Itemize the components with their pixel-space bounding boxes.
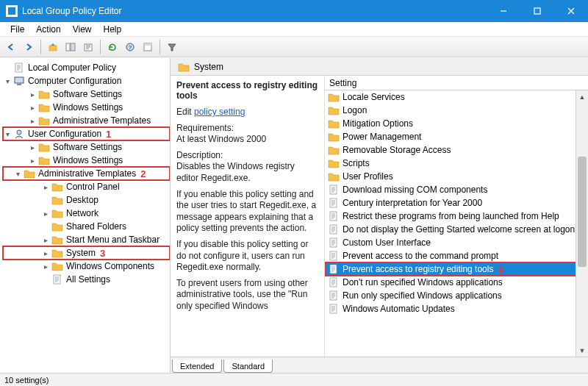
twisty-icon[interactable]: ▸	[28, 143, 37, 151]
list-item[interactable]: Don't run specified Windows applications	[325, 276, 588, 289]
scroll-down-icon[interactable]: ▼	[576, 344, 588, 357]
list-item[interactable]: Download missing COM components	[325, 183, 588, 196]
list-item-label: Download missing COM components	[343, 185, 487, 195]
folder-icon	[178, 62, 190, 72]
tree-item[interactable]: ▸Windows Components	[3, 260, 170, 273]
properties-button[interactable]	[140, 39, 156, 55]
twisty-icon[interactable]: ▸	[41, 249, 50, 257]
filter-button[interactable]	[164, 39, 180, 55]
list-item[interactable]: User Profiles	[325, 170, 588, 183]
content-heading: System	[171, 58, 588, 76]
tree-item-label: Desktop	[66, 195, 98, 205]
export-button[interactable]	[80, 39, 96, 55]
list-item-label: Prevent access to registry editing tools	[343, 264, 493, 274]
list-item-label: Run only specified Windows applications	[343, 290, 502, 301]
list-item-label: Don't run specified Windows applications	[343, 277, 503, 287]
list-item[interactable]: Run only specified Windows applications	[325, 289, 588, 302]
list-item[interactable]: Century interpretation for Year 2000	[325, 196, 588, 210]
svg-rect-5	[66, 43, 70, 51]
back-button[interactable]	[3, 39, 19, 55]
annotation-marker: 2	[140, 168, 146, 179]
maximize-button[interactable]	[520, 0, 554, 22]
twisty-icon[interactable]: ▸	[28, 90, 37, 99]
tree-item[interactable]: ▾Administrative Templates2	[3, 167, 170, 180]
scrollbar[interactable]: ▲ ▼	[576, 90, 588, 357]
menu-action[interactable]: Action	[30, 23, 66, 36]
list-item[interactable]: Custom User Interface	[325, 236, 588, 249]
help-button[interactable]: ?	[122, 39, 138, 55]
tree-item-label: Administrative Templates	[53, 115, 151, 126]
list-item[interactable]: Restrict these programs from being launc…	[325, 210, 588, 223]
heading-label: System	[194, 62, 223, 72]
tree-item[interactable]: ▸Software Settings	[3, 87, 170, 101]
list-item[interactable]: Removable Storage Access	[325, 143, 588, 157]
tree-item[interactable]: Desktop	[3, 193, 170, 207]
tree-item[interactable]: All Settings	[3, 273, 170, 286]
svg-rect-22	[330, 251, 337, 260]
menu-file[interactable]: File	[4, 23, 30, 36]
twisty-icon[interactable]: ▸	[41, 210, 50, 218]
tree-item[interactable]: ▸Control Panel	[3, 180, 170, 193]
twisty-icon[interactable]: ▾	[3, 77, 12, 85]
tree-item-label: Software Settings	[53, 89, 122, 99]
tree-item[interactable]: ▸Administrative Templates	[3, 114, 170, 127]
tree-item[interactable]: ▾User Configuration1	[3, 127, 170, 140]
list-item[interactable]: Scripts	[325, 157, 588, 170]
tree-item[interactable]: Shared Folders	[3, 220, 170, 233]
tree-item[interactable]: ▸Software Settings	[3, 140, 170, 154]
tree-item[interactable]: ▾Computer Configuration	[3, 74, 170, 87]
minimize-button[interactable]	[487, 0, 520, 22]
list-item-label: Locale Services	[343, 92, 405, 102]
twisty-icon[interactable]: ▸	[41, 183, 50, 191]
list-item-label: Removable Storage Access	[343, 145, 451, 155]
list-item[interactable]: Do not display the Getting Started welco…	[325, 223, 588, 236]
up-button[interactable]	[45, 39, 61, 55]
show-hide-tree-button[interactable]	[62, 39, 79, 55]
forward-button[interactable]	[21, 39, 37, 55]
tree-item[interactable]: ▸Start Menu and Taskbar	[3, 233, 170, 246]
settings-list[interactable]: Locale ServicesLogonMitigation OptionsPo…	[325, 90, 588, 357]
tree-item[interactable]: Local Computer Policy	[3, 61, 170, 74]
menu-view[interactable]: View	[67, 23, 98, 36]
list-item[interactable]: Prevent access to the command prompt	[325, 249, 588, 262]
twisty-icon[interactable]: ▸	[28, 117, 37, 125]
column-header-setting[interactable]: Setting	[325, 76, 588, 90]
tree-item[interactable]: ▸Network	[3, 207, 170, 220]
tree-item[interactable]: ▸Windows Settings	[3, 101, 170, 114]
twisty-icon[interactable]: ▸	[41, 262, 50, 271]
tree-item[interactable]: ▸Windows Settings	[3, 154, 170, 167]
twisty-icon[interactable]: ▸	[41, 236, 50, 244]
refresh-button[interactable]	[104, 39, 121, 55]
tree-pane[interactable]: Local Computer Policy▾Computer Configura…	[0, 58, 171, 373]
tree-item-label: System	[66, 248, 96, 258]
close-button[interactable]	[554, 0, 588, 22]
list-item[interactable]: Mitigation Options	[325, 117, 588, 130]
tree-item-label: Control Panel	[66, 182, 120, 192]
twisty-icon[interactable]: ▾	[3, 130, 12, 138]
svg-rect-1	[534, 8, 540, 14]
list-item[interactable]: Logon	[325, 104, 588, 117]
list-item[interactable]: Power Management	[325, 130, 588, 143]
scroll-up-icon[interactable]: ▲	[576, 90, 588, 103]
requirements-label: Requirements:	[176, 123, 234, 133]
tree-item[interactable]: ▸System3	[3, 246, 170, 260]
list-item[interactable]: Prevent access to registry editing tools…	[325, 262, 588, 276]
list-item[interactable]: Windows Automatic Updates	[325, 302, 588, 315]
annotation-marker: 3	[100, 248, 105, 259]
twisty-icon[interactable]: ▸	[28, 157, 37, 165]
tab-extended[interactable]: Extended	[172, 360, 222, 373]
svg-rect-20	[330, 225, 337, 234]
menu-help[interactable]: Help	[98, 23, 128, 36]
twisty-icon[interactable]: ▸	[28, 104, 37, 112]
tree-item-label: All Settings	[66, 274, 110, 285]
list-item-label: Century interpretation for Year 2000	[343, 198, 482, 208]
list-item[interactable]: Locale Services	[325, 90, 588, 104]
twisty-icon[interactable]: ▾	[13, 170, 22, 178]
svg-rect-21	[330, 238, 337, 247]
requirements-value: At least Windows 2000	[176, 134, 266, 144]
edit-policy-link[interactable]: policy setting	[194, 107, 245, 117]
description-label: Description:	[176, 150, 223, 160]
scroll-thumb[interactable]	[578, 157, 587, 267]
tree-item-label: Administrative Templates	[38, 168, 136, 179]
tab-standard[interactable]: Standard	[223, 360, 273, 373]
